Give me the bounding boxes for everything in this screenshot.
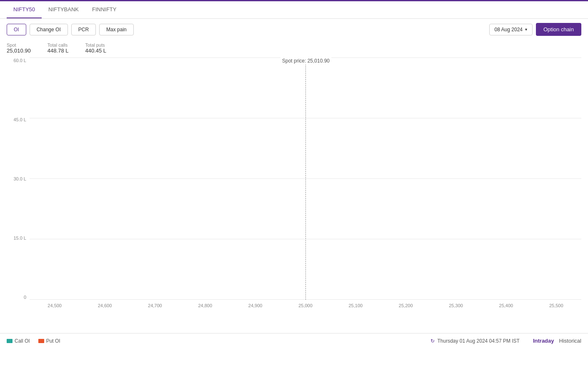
tab-nifty50[interactable]: NIFTY50 bbox=[7, 1, 42, 18]
x-axis: 24,50024,60024,70024,80024,90025,00025,1… bbox=[30, 300, 581, 316]
total-puts-stat: Total puts 440.45 L bbox=[85, 43, 106, 54]
date-value: 08 Aug 2024 bbox=[495, 27, 523, 33]
chart-inner: 0 15.0 L 30.0 L 45.0 L 60.0 L 24,50024,6… bbox=[7, 58, 581, 316]
legend-row: Call OI Put OI ↻ Thursday 01 Aug 2024 04… bbox=[0, 333, 588, 348]
x-label: 25,100 bbox=[330, 300, 380, 316]
x-label: 25,500 bbox=[531, 300, 581, 316]
spot-label: Spot bbox=[7, 43, 31, 48]
historical-btn[interactable]: Historical bbox=[559, 338, 581, 344]
y-label-60: 60.0 L bbox=[7, 58, 30, 63]
pcr-button[interactable]: PCR bbox=[71, 24, 96, 35]
top-tabs: NIFTY50 NIFTYBANK FINNIFTY bbox=[0, 1, 588, 19]
x-label: 24,700 bbox=[130, 300, 180, 316]
y-label-45: 45.0 L bbox=[7, 117, 30, 122]
intraday-btn[interactable]: Intraday bbox=[533, 338, 554, 344]
call-legend-color bbox=[7, 339, 13, 343]
spot-stat: Spot 25,010.90 bbox=[7, 43, 31, 54]
total-calls-value: 448.78 L bbox=[48, 48, 69, 54]
y-label-15: 15.0 L bbox=[7, 236, 30, 241]
bars-container bbox=[30, 58, 581, 300]
put-legend: Put OI bbox=[38, 338, 60, 344]
x-label: 25,200 bbox=[381, 300, 431, 316]
time-buttons: Intraday Historical bbox=[533, 338, 581, 344]
option-chain-button[interactable]: Option chain bbox=[536, 23, 581, 36]
timestamp-value: Thursday 01 Aug 2024 04:57 PM IST bbox=[437, 338, 519, 344]
x-label: 25,000 bbox=[280, 300, 330, 316]
refresh-icon[interactable]: ↻ bbox=[430, 338, 435, 344]
max-pain-button[interactable]: Max pain bbox=[99, 24, 134, 35]
stats-row: Spot 25,010.90 Total calls 448.78 L Tota… bbox=[0, 40, 588, 58]
call-legend-label: Call OI bbox=[15, 338, 30, 344]
y-label-30: 30.0 L bbox=[7, 176, 30, 181]
x-label: 24,600 bbox=[80, 300, 130, 316]
total-puts-value: 440.45 L bbox=[85, 48, 106, 54]
total-calls-label: Total calls bbox=[48, 43, 69, 48]
total-puts-label: Total puts bbox=[85, 43, 106, 48]
tab-finnifty[interactable]: FINNIFTY bbox=[85, 1, 123, 18]
controls-row: OI Change OI PCR Max pain 08 Aug 2024 ▾ … bbox=[0, 19, 588, 40]
put-legend-label: Put OI bbox=[46, 338, 60, 344]
y-axis: 0 15.0 L 30.0 L 45.0 L 60.0 L bbox=[7, 58, 30, 300]
x-label: 24,900 bbox=[230, 300, 280, 316]
call-legend: Call OI bbox=[7, 338, 30, 344]
put-legend-color bbox=[38, 339, 44, 343]
chevron-down-icon: ▾ bbox=[525, 27, 527, 32]
spot-value: 25,010.90 bbox=[7, 48, 31, 54]
total-calls-stat: Total calls 448.78 L bbox=[48, 43, 69, 54]
tab-niftybank[interactable]: NIFTYBANK bbox=[42, 1, 85, 18]
x-label: 25,400 bbox=[481, 300, 531, 316]
x-label: 24,500 bbox=[30, 300, 80, 316]
y-label-0: 0 bbox=[7, 295, 30, 300]
x-label: 24,800 bbox=[180, 300, 230, 316]
x-label: 25,300 bbox=[431, 300, 481, 316]
timestamp: ↻ Thursday 01 Aug 2024 04:57 PM IST bbox=[430, 338, 519, 344]
change-oi-button[interactable]: Change OI bbox=[30, 24, 68, 35]
chart-area: 0 15.0 L 30.0 L 45.0 L 60.0 L 24,50024,6… bbox=[0, 58, 588, 333]
date-selector[interactable]: 08 Aug 2024 ▾ bbox=[489, 24, 533, 35]
oi-button[interactable]: OI bbox=[7, 24, 26, 35]
